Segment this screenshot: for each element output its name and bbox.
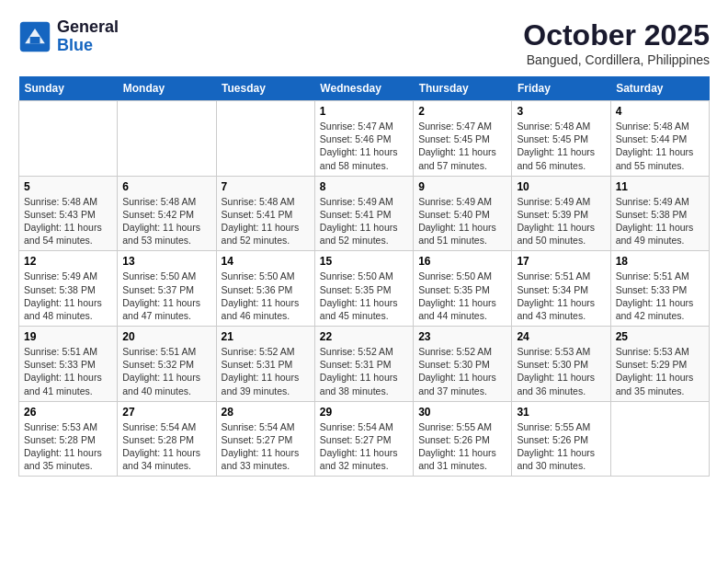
day-number: 7	[222, 180, 310, 193]
day-number: 4	[616, 105, 704, 118]
weekday-header: Sunday	[19, 76, 118, 101]
title-block: October 2025 Bangued, Cordillera, Philip…	[523, 18, 710, 67]
day-info: Sunrise: 5:50 AMSunset: 5:35 PMDaylight:…	[320, 270, 408, 322]
calendar-week-row: 19Sunrise: 5:51 AMSunset: 5:33 PMDayligh…	[19, 327, 710, 402]
calendar-week-row: 1Sunrise: 5:47 AMSunset: 5:46 PMDaylight…	[19, 101, 710, 177]
day-info: Sunrise: 5:48 AMSunset: 5:43 PMDaylight:…	[24, 195, 112, 247]
day-number: 5	[24, 180, 112, 193]
calendar-cell: 30Sunrise: 5:55 AMSunset: 5:26 PMDayligh…	[414, 401, 512, 477]
calendar-cell: 4Sunrise: 5:48 AMSunset: 5:44 PMDaylight…	[610, 101, 709, 177]
calendar-cell: 17Sunrise: 5:51 AMSunset: 5:34 PMDayligh…	[512, 251, 610, 327]
month-title: October 2025	[523, 18, 710, 52]
day-number: 22	[320, 330, 408, 343]
day-info: Sunrise: 5:55 AMSunset: 5:26 PMDaylight:…	[517, 420, 605, 473]
day-info: Sunrise: 5:51 AMSunset: 5:34 PMDaylight:…	[517, 270, 605, 322]
calendar-week-row: 12Sunrise: 5:49 AMSunset: 5:38 PMDayligh…	[19, 251, 710, 327]
calendar-cell: 20Sunrise: 5:51 AMSunset: 5:32 PMDayligh…	[118, 327, 216, 402]
day-number: 8	[320, 180, 408, 193]
day-info: Sunrise: 5:48 AMSunset: 5:45 PMDaylight:…	[517, 120, 605, 172]
logo-line2: Blue	[57, 36, 93, 54]
day-number: 24	[517, 330, 605, 343]
day-number: 28	[222, 406, 310, 419]
day-info: Sunrise: 5:47 AMSunset: 5:45 PMDaylight:…	[418, 120, 506, 172]
page-header: General Blue October 2025 Bangued, Cordi…	[18, 18, 710, 67]
day-number: 3	[517, 105, 605, 118]
calendar-cell: 12Sunrise: 5:49 AMSunset: 5:38 PMDayligh…	[19, 251, 118, 327]
calendar-cell: 9Sunrise: 5:49 AMSunset: 5:40 PMDaylight…	[414, 176, 512, 251]
weekday-header: Thursday	[414, 76, 512, 101]
calendar-week-row: 5Sunrise: 5:48 AMSunset: 5:43 PMDaylight…	[19, 176, 710, 251]
day-number: 29	[320, 406, 408, 419]
day-number: 25	[616, 330, 704, 343]
day-number: 10	[517, 180, 605, 193]
day-info: Sunrise: 5:53 AMSunset: 5:29 PMDaylight:…	[616, 345, 704, 397]
calendar-cell: 5Sunrise: 5:48 AMSunset: 5:43 PMDaylight…	[19, 176, 118, 251]
calendar-cell: 27Sunrise: 5:54 AMSunset: 5:28 PMDayligh…	[118, 401, 216, 477]
day-info: Sunrise: 5:49 AMSunset: 5:41 PMDaylight:…	[320, 195, 408, 247]
calendar-cell: 7Sunrise: 5:48 AMSunset: 5:41 PMDaylight…	[216, 176, 314, 251]
day-number: 11	[616, 180, 704, 193]
calendar-cell: 6Sunrise: 5:48 AMSunset: 5:42 PMDaylight…	[118, 176, 216, 251]
location-subtitle: Bangued, Cordillera, Philippines	[523, 52, 710, 67]
day-info: Sunrise: 5:54 AMSunset: 5:27 PMDaylight:…	[320, 420, 408, 473]
calendar-cell	[216, 101, 314, 177]
day-number: 12	[24, 255, 112, 268]
day-number: 19	[24, 330, 112, 343]
weekday-header: Monday	[118, 76, 216, 101]
day-number: 18	[616, 255, 704, 268]
calendar-cell: 13Sunrise: 5:50 AMSunset: 5:37 PMDayligh…	[118, 251, 216, 327]
day-info: Sunrise: 5:53 AMSunset: 5:30 PMDaylight:…	[517, 345, 605, 397]
calendar-cell: 23Sunrise: 5:52 AMSunset: 5:30 PMDayligh…	[414, 327, 512, 402]
day-number: 27	[122, 406, 210, 419]
calendar-cell: 14Sunrise: 5:50 AMSunset: 5:36 PMDayligh…	[216, 251, 314, 327]
logo-icon	[18, 20, 51, 53]
day-info: Sunrise: 5:49 AMSunset: 5:39 PMDaylight:…	[517, 195, 605, 247]
calendar-cell: 29Sunrise: 5:54 AMSunset: 5:27 PMDayligh…	[314, 401, 413, 477]
day-number: 21	[222, 330, 310, 343]
calendar-cell	[118, 101, 216, 177]
day-number: 23	[418, 330, 506, 343]
day-number: 16	[418, 255, 506, 268]
day-number: 31	[517, 406, 605, 419]
calendar-cell: 25Sunrise: 5:53 AMSunset: 5:29 PMDayligh…	[610, 327, 709, 402]
calendar-cell: 1Sunrise: 5:47 AMSunset: 5:46 PMDaylight…	[314, 101, 413, 177]
day-info: Sunrise: 5:51 AMSunset: 5:32 PMDaylight:…	[122, 345, 210, 397]
calendar-cell: 3Sunrise: 5:48 AMSunset: 5:45 PMDaylight…	[512, 101, 610, 177]
day-info: Sunrise: 5:49 AMSunset: 5:38 PMDaylight:…	[616, 195, 704, 247]
day-number: 1	[320, 105, 408, 118]
day-info: Sunrise: 5:54 AMSunset: 5:27 PMDaylight:…	[222, 420, 310, 473]
calendar-cell: 8Sunrise: 5:49 AMSunset: 5:41 PMDaylight…	[314, 176, 413, 251]
weekday-header: Wednesday	[314, 76, 413, 101]
weekday-header: Saturday	[610, 76, 709, 101]
day-info: Sunrise: 5:52 AMSunset: 5:31 PMDaylight:…	[222, 345, 310, 397]
calendar-cell	[610, 401, 709, 477]
day-info: Sunrise: 5:49 AMSunset: 5:38 PMDaylight:…	[24, 270, 112, 322]
calendar-cell: 11Sunrise: 5:49 AMSunset: 5:38 PMDayligh…	[610, 176, 709, 251]
day-info: Sunrise: 5:51 AMSunset: 5:33 PMDaylight:…	[24, 345, 112, 397]
svg-rect-2	[30, 37, 40, 43]
day-number: 17	[517, 255, 605, 268]
calendar-cell: 31Sunrise: 5:55 AMSunset: 5:26 PMDayligh…	[512, 401, 610, 477]
calendar-cell: 24Sunrise: 5:53 AMSunset: 5:30 PMDayligh…	[512, 327, 610, 402]
day-number: 2	[418, 105, 506, 118]
day-info: Sunrise: 5:50 AMSunset: 5:37 PMDaylight:…	[122, 270, 210, 322]
day-info: Sunrise: 5:54 AMSunset: 5:28 PMDaylight:…	[122, 420, 210, 473]
day-number: 26	[24, 406, 112, 419]
calendar-cell: 15Sunrise: 5:50 AMSunset: 5:35 PMDayligh…	[314, 251, 413, 327]
day-info: Sunrise: 5:53 AMSunset: 5:28 PMDaylight:…	[24, 420, 112, 473]
day-info: Sunrise: 5:47 AMSunset: 5:46 PMDaylight:…	[320, 120, 408, 172]
calendar-week-row: 26Sunrise: 5:53 AMSunset: 5:28 PMDayligh…	[19, 401, 710, 477]
day-number: 9	[418, 180, 506, 193]
calendar-cell: 22Sunrise: 5:52 AMSunset: 5:31 PMDayligh…	[314, 327, 413, 402]
weekday-header: Tuesday	[216, 76, 314, 101]
day-info: Sunrise: 5:52 AMSunset: 5:30 PMDaylight:…	[418, 345, 506, 397]
day-info: Sunrise: 5:48 AMSunset: 5:44 PMDaylight:…	[616, 120, 704, 172]
day-number: 14	[222, 255, 310, 268]
day-info: Sunrise: 5:48 AMSunset: 5:42 PMDaylight:…	[122, 195, 210, 247]
logo-line1: General	[57, 17, 119, 36]
weekday-header: Friday	[512, 76, 610, 101]
day-info: Sunrise: 5:50 AMSunset: 5:35 PMDaylight:…	[418, 270, 506, 322]
calendar-cell: 19Sunrise: 5:51 AMSunset: 5:33 PMDayligh…	[19, 327, 118, 402]
day-info: Sunrise: 5:52 AMSunset: 5:31 PMDaylight:…	[320, 345, 408, 397]
day-info: Sunrise: 5:55 AMSunset: 5:26 PMDaylight:…	[418, 420, 506, 473]
